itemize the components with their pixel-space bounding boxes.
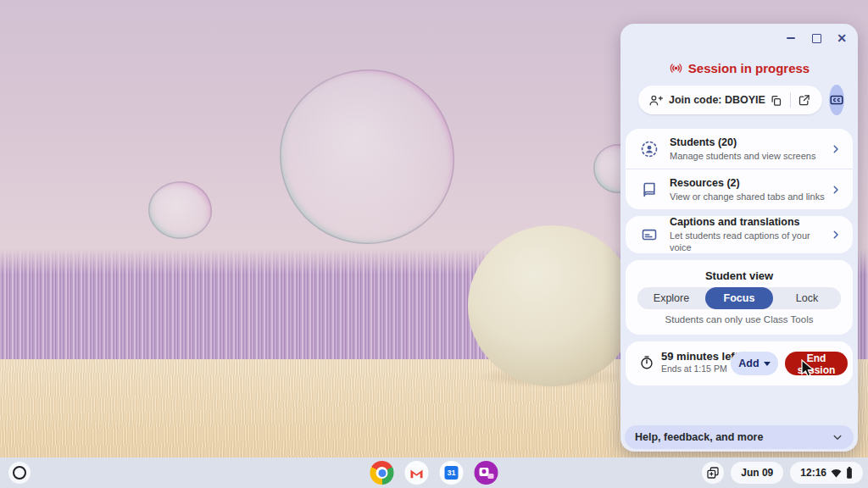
students-row[interactable]: Students (20) Manage students and view s… bbox=[626, 129, 853, 169]
launcher-button[interactable] bbox=[8, 462, 31, 484]
battery-icon bbox=[846, 467, 853, 479]
timer-clock-icon bbox=[639, 355, 654, 370]
window-controls: ✕ bbox=[782, 29, 851, 47]
close-button[interactable]: ✕ bbox=[832, 29, 851, 47]
add-time-label: Add bbox=[738, 358, 759, 369]
session-options-card: Students (20) Manage students and view s… bbox=[626, 129, 853, 209]
screen-capture-status-button[interactable] bbox=[702, 462, 724, 484]
resources-row[interactable]: Resources (2) View or change shared tabs… bbox=[626, 169, 853, 209]
join-code-row: Join code: DBOYIE bbox=[638, 85, 843, 115]
wallpaper-bubble-small bbox=[148, 181, 212, 239]
calendar-icon[interactable]: 31 bbox=[440, 461, 464, 485]
students-subtitle: Manage students and view screens bbox=[670, 150, 830, 162]
wifi-icon bbox=[831, 469, 842, 478]
shelf-apps: 31 bbox=[370, 461, 498, 485]
book-icon bbox=[639, 181, 659, 198]
student-view-caption: Students can only use Class Tools bbox=[626, 314, 853, 324]
captions-toggle-button[interactable] bbox=[829, 85, 844, 115]
maximize-icon bbox=[812, 34, 821, 43]
add-time-button[interactable]: Add bbox=[731, 352, 778, 375]
captions-text: Captions and translations Let students r… bbox=[670, 216, 830, 253]
cc-icon bbox=[829, 92, 844, 108]
wallpaper-bubble-large bbox=[280, 69, 454, 244]
students-title: Students (20) bbox=[670, 136, 830, 150]
student-view-option-explore[interactable]: Explore bbox=[637, 287, 705, 309]
gmail-icon[interactable] bbox=[405, 461, 429, 485]
date-label: Jun 09 bbox=[741, 467, 773, 479]
students-text: Students (20) Manage students and view s… bbox=[670, 136, 830, 162]
student-view-card: Student view Explore Focus Lock Students… bbox=[626, 260, 853, 335]
person-add-icon bbox=[648, 93, 663, 108]
minimize-button[interactable] bbox=[782, 29, 800, 47]
pill-divider bbox=[790, 92, 791, 108]
student-view-option-focus[interactable]: Focus bbox=[705, 287, 773, 309]
ends-at: Ends at 1:15 PM bbox=[661, 363, 738, 374]
session-title: Session in progress bbox=[688, 61, 810, 75]
maximize-button[interactable] bbox=[807, 29, 826, 47]
time-remaining: 59 minutes left bbox=[661, 350, 738, 363]
status-area: Jun 09 12:16 bbox=[702, 462, 863, 484]
chrome-icon[interactable] bbox=[370, 461, 394, 485]
close-icon: ✕ bbox=[837, 32, 847, 44]
chevron-right-icon bbox=[830, 229, 842, 241]
system-tray[interactable]: 12:16 bbox=[790, 462, 863, 484]
help-feedback-bar[interactable]: Help, feedback, and more bbox=[625, 425, 854, 449]
desktop: ✕ Session in progress Join bbox=[0, 0, 868, 488]
captions-icon bbox=[639, 226, 659, 243]
class-tools-panel: ✕ Session in progress Join bbox=[620, 24, 858, 452]
date-pill[interactable]: Jun 09 bbox=[731, 462, 783, 484]
wallpaper-sphere bbox=[468, 225, 636, 386]
open-in-new-button[interactable] bbox=[793, 89, 815, 111]
minimize-icon bbox=[787, 37, 795, 39]
resources-text: Resources (2) View or change shared tabs… bbox=[670, 176, 830, 202]
students-icon bbox=[639, 140, 659, 158]
end-session-button[interactable]: End session bbox=[785, 352, 848, 375]
screen-capture-icon bbox=[706, 466, 720, 480]
timer-text: 59 minutes left Ends at 1:15 PM bbox=[661, 350, 738, 374]
class-tools-app-icon[interactable] bbox=[475, 461, 498, 485]
join-code-label: Join code: DBOYIE bbox=[669, 94, 765, 106]
student-view-segmented-control: Explore Focus Lock bbox=[637, 287, 841, 309]
student-view-option-lock[interactable]: Lock bbox=[773, 287, 841, 309]
shelf: 31 Jun 09 12:16 bbox=[0, 458, 868, 488]
help-feedback-label: Help, feedback, and more bbox=[635, 431, 832, 443]
chevron-right-icon bbox=[830, 143, 842, 155]
captions-title: Captions and translations bbox=[670, 216, 830, 230]
caret-down-icon bbox=[764, 362, 771, 366]
chevron-down-icon bbox=[832, 431, 843, 443]
captions-card: Captions and translations Let students r… bbox=[626, 216, 853, 253]
timer-card: 59 minutes left Ends at 1:15 PM Add End … bbox=[626, 341, 853, 385]
launcher-icon bbox=[13, 466, 26, 480]
captions-row[interactable]: Captions and translations Let students r… bbox=[626, 216, 853, 253]
session-title-row: Session in progress bbox=[620, 61, 858, 75]
copy-join-code-button[interactable] bbox=[765, 89, 787, 111]
resources-title: Resources (2) bbox=[670, 176, 830, 191]
clock-label: 12:16 bbox=[800, 467, 826, 479]
broadcast-icon bbox=[669, 61, 683, 75]
captions-subtitle: Let students read captions of your voice bbox=[670, 230, 830, 253]
student-view-title: Student view bbox=[626, 269, 853, 282]
chevron-right-icon bbox=[830, 184, 842, 196]
join-code-pill[interactable]: Join code: DBOYIE bbox=[638, 86, 822, 114]
resources-subtitle: View or change shared tabs and links bbox=[670, 191, 830, 202]
